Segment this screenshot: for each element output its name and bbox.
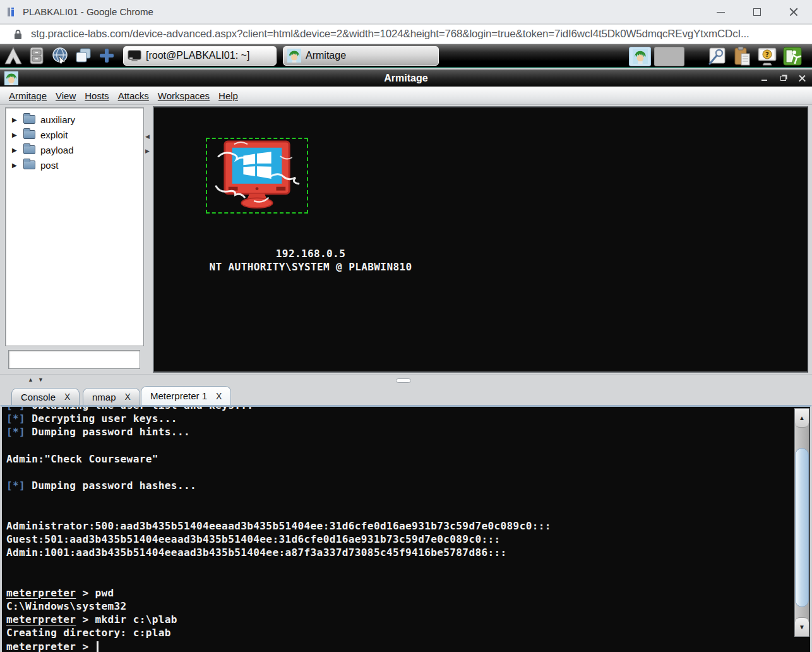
tree-item-exploit[interactable]: ▶ exploit <box>6 127 143 142</box>
menu-hosts[interactable]: Hosts <box>85 90 109 101</box>
maximize-button[interactable] <box>739 0 775 24</box>
expand-arrow-icon[interactable]: ▶ <box>12 147 18 154</box>
collapse-left-icon[interactable]: ◀ <box>145 133 150 140</box>
folder-icon <box>23 115 35 124</box>
site-favicon <box>6 6 16 18</box>
restore-icon <box>780 76 786 81</box>
collapse-down-icon[interactable]: ▼ <box>38 377 44 383</box>
taskbar-task-terminal[interactable]: [root@PLABKALI01: ~] <box>123 46 277 66</box>
minimize-icon <box>761 80 767 81</box>
meterpreter-console[interactable]: [*] Obtaining the user list and keys...[… <box>0 405 812 652</box>
tab-close-icon[interactable]: X <box>64 392 70 402</box>
menu-view[interactable]: View <box>56 90 76 101</box>
windows-copy-icon[interactable] <box>73 45 93 66</box>
chrome-titlebar: PLABKALI01 - Google Chrome <box>0 0 812 24</box>
splitter-handle[interactable] <box>396 378 411 383</box>
armitage-minimize-button[interactable] <box>759 73 769 83</box>
scroll-down-icon[interactable]: ▼ <box>795 617 809 636</box>
horizontal-splitter[interactable]: ▲ ▼ <box>0 374 812 385</box>
scroll-up-icon[interactable]: ▲ <box>795 409 809 428</box>
terminal-icon <box>128 50 141 61</box>
url-text[interactable]: stg.practice-labs.com/device-advanced.as… <box>31 28 749 40</box>
console-output[interactable]: [*] Obtaining the user list and keys...[… <box>6 407 791 652</box>
console-line: meterpreter > <box>6 640 791 652</box>
screwdriver-icon[interactable] <box>705 47 727 66</box>
taskbar-task-armitage[interactable]: Armitage <box>283 46 439 66</box>
console-scrollbar[interactable]: ▲ ▼ <box>794 408 809 637</box>
console-line <box>6 439 791 452</box>
console-line <box>6 573 791 586</box>
file-cabinet-icon[interactable] <box>27 45 47 66</box>
compromised-windows-host-icon <box>207 139 307 212</box>
console-line <box>6 466 791 479</box>
taskbar-empty-slot[interactable] <box>654 47 684 66</box>
menu-attacks[interactable]: Attacks <box>118 90 149 101</box>
armitage-close-button[interactable] <box>797 73 807 83</box>
console-line: C:\Windows\system32 <box>6 600 791 613</box>
tab-close-icon[interactable]: X <box>125 392 131 402</box>
logout-icon[interactable] <box>781 47 803 66</box>
expand-right-icon[interactable]: ▶ <box>145 148 150 154</box>
tab-close-icon[interactable]: X <box>216 391 222 401</box>
expand-arrow-icon[interactable]: ▶ <box>12 131 18 138</box>
target-graph[interactable]: 192.168.0.5 NT AUTHORITY\SYSTEM @ PLABWI… <box>153 106 808 373</box>
menu-armitage[interactable]: Armitage <box>9 90 47 101</box>
tab-console[interactable]: Console X <box>11 388 80 405</box>
console-line: Admin:"Check Courseware" <box>6 452 791 466</box>
minimize-button[interactable] <box>702 0 739 24</box>
tab-nmap[interactable]: nmap X <box>83 388 140 405</box>
tab-label: nmap <box>92 392 116 402</box>
host-ip-label: 192.168.0.5 <box>178 248 443 260</box>
expand-arrow-icon[interactable]: ▶ <box>12 116 18 123</box>
remote-desktop-screen: PLABKALI01 - Google Chrome stg.practice-… <box>0 0 812 652</box>
module-search-input[interactable] <box>8 350 140 369</box>
menu-workspaces[interactable]: Workspaces <box>158 90 210 101</box>
armitage-menubar: Armitage View Hosts Attacks Workspaces H… <box>0 87 812 105</box>
console-line: meterpreter > mkdir c:\plab <box>6 613 791 626</box>
scrollbar-thumb[interactable] <box>795 448 809 607</box>
task-label: [root@PLABKALI01: ~] <box>146 50 249 61</box>
svg-text:?: ? <box>765 51 769 58</box>
tab-meterpreter-1[interactable]: Meterpreter 1 X <box>141 386 231 405</box>
close-icon <box>789 8 798 16</box>
task-label: Armitage <box>306 50 346 61</box>
fluxbox-logo-icon[interactable] <box>3 45 23 66</box>
console-line: [*] Dumping password hashes... <box>6 479 791 492</box>
expand-arrow-icon[interactable]: ▶ <box>12 162 18 169</box>
console-line <box>6 506 791 519</box>
close-button[interactable] <box>775 0 812 24</box>
tree-item-auxiliary[interactable]: ▶ auxiliary <box>6 112 143 127</box>
close-icon <box>799 75 806 82</box>
console-tabbar: Console X nmap X Meterpreter 1 X <box>0 385 812 405</box>
chrome-urlbar[interactable]: stg.practice-labs.com/device-advanced.as… <box>0 25 812 44</box>
host-node-192-168-0-5[interactable]: 192.168.0.5 NT AUTHORITY\SYSTEM @ PLABWI… <box>206 138 308 214</box>
armitage-titlebar[interactable]: Armitage <box>0 69 812 87</box>
console-line: Admin:1001:aad3b435b51404eeaad3b435b5140… <box>6 546 791 559</box>
tab-label: Console <box>21 392 56 402</box>
folder-icon <box>23 145 35 154</box>
armitage-main: ▶ auxiliary ▶ exploit ▶ payload ▶ post <box>0 105 812 374</box>
new-plus-icon[interactable] <box>97 45 117 66</box>
maximize-icon <box>753 8 761 16</box>
console-line: meterpreter > pwd <box>6 586 791 600</box>
console-line: Administrator:500:aad3b435b51404eeaad3b4… <box>6 519 791 533</box>
web-browser-icon[interactable] <box>50 45 70 66</box>
console-line: [*] Decrypting user keys... <box>6 412 791 425</box>
menu-help[interactable]: Help <box>218 90 238 101</box>
collapse-up-icon[interactable]: ▲ <box>28 377 33 383</box>
console-line: Guest:501:aad3b435b51404eeaad3b435b51404… <box>6 533 791 546</box>
vertical-splitter[interactable]: ◀ ▶ <box>144 105 153 374</box>
tree-item-post[interactable]: ▶ post <box>6 157 143 172</box>
taskbar-armitage-indicator[interactable] <box>629 47 651 66</box>
console-line: [*] Dumping password hints... <box>6 425 791 438</box>
text-cursor <box>97 641 99 652</box>
console-line: Creating directory: c:plab <box>6 626 791 639</box>
console-line <box>6 492 791 505</box>
armitage-restore-button[interactable] <box>778 73 788 83</box>
clipboard-icon[interactable] <box>731 47 753 66</box>
console-line <box>6 559 791 572</box>
monitor-help-icon[interactable]: ? <box>756 47 778 66</box>
folder-icon <box>23 160 35 169</box>
tree-item-payload[interactable]: ▶ payload <box>6 142 143 157</box>
armitage-avatar-icon <box>287 49 301 63</box>
